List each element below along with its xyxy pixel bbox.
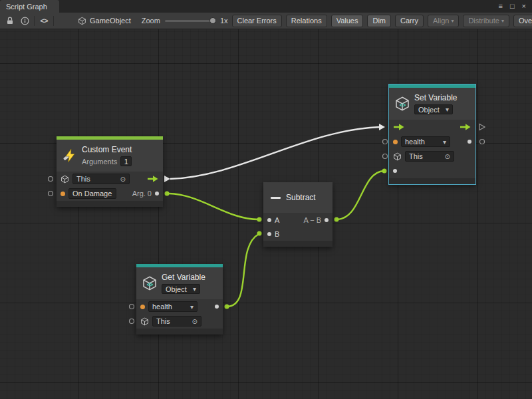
string-port-icon[interactable] — [393, 140, 398, 144]
output-label: A − B — [303, 216, 321, 224]
variable-kind-value: Object — [166, 285, 187, 293]
tab-script-graph[interactable]: Script Graph — [0, 0, 59, 13]
variable-cube-icon: <> — [142, 275, 158, 291]
event-name-field[interactable]: On Damage — [68, 188, 116, 199]
value-out-port[interactable] — [215, 305, 219, 309]
variable-name-value: health — [152, 303, 172, 311]
input-a-port[interactable] — [267, 218, 271, 222]
variable-kind-value: Object — [418, 106, 440, 114]
node-title: Custom Event — [82, 145, 132, 154]
object-picker-icon[interactable]: ⊙ — [120, 176, 126, 183]
object-picker-icon[interactable]: ⊙ — [445, 153, 450, 160]
zoom-value: 1x — [220, 17, 228, 25]
flow-out-port[interactable] — [147, 175, 159, 183]
node-footer — [57, 201, 163, 207]
port-row-name: health ▾ — [389, 134, 475, 149]
input-b-port[interactable] — [267, 232, 271, 236]
clear-errors-button[interactable]: Clear Errors — [232, 15, 282, 27]
values-button[interactable]: Values — [331, 15, 364, 27]
input-b-label: B — [275, 230, 279, 238]
custom-event-icon — [62, 148, 78, 164]
node-body: A A − B B — [263, 213, 332, 241]
chevron-down-icon: ▾ — [446, 106, 449, 113]
gameobject-label: GameObject — [90, 17, 131, 25]
chevron-down-icon: ▾ — [501, 18, 504, 24]
value-out-port[interactable] — [467, 140, 471, 144]
node-header: Subtract — [263, 182, 332, 213]
flow-in-port[interactable] — [393, 123, 405, 131]
node-title: Subtract — [286, 193, 316, 202]
zoom-label: Zoom — [142, 17, 160, 25]
distribute-button[interactable]: Distribute▾ — [463, 15, 509, 27]
target-field[interactable]: This ⊙ — [72, 174, 130, 184]
output-port[interactable] — [325, 218, 329, 222]
port-row-event: On Damage Arg. 0 — [57, 186, 163, 201]
cube-icon — [393, 152, 402, 161]
flow-out-port[interactable] — [460, 123, 471, 131]
string-port-icon[interactable] — [140, 305, 145, 309]
node-get-variable[interactable]: <> Get Variable Object ▾ health ▾ This — [136, 264, 223, 334]
cube-icon — [140, 317, 149, 326]
target-value: This — [76, 175, 90, 183]
toolbar-separator — [53, 16, 54, 26]
zoom-slider[interactable] — [165, 20, 215, 22]
toolbar-separator — [34, 16, 35, 26]
cube-icon — [61, 175, 69, 184]
overview-button[interactable]: Overv — [513, 15, 532, 27]
node-footer — [263, 241, 332, 247]
arg0-out-port[interactable] — [155, 192, 159, 196]
node-header: <> Get Variable Object ▾ — [136, 267, 223, 299]
object-picker-icon[interactable]: ⊙ — [192, 318, 198, 325]
target-value: This — [409, 152, 423, 160]
value-in-port[interactable] — [393, 169, 397, 173]
variable-kind-dropdown[interactable]: Object ▾ — [414, 104, 453, 114]
graph-toolbar: <> GameObject Zoom 1x Clear Errors Relat… — [0, 13, 532, 29]
port-row-b: B — [263, 227, 332, 241]
relations-button[interactable]: Relations — [286, 15, 327, 27]
zoom-slider-handle[interactable] — [209, 17, 216, 24]
tab-bar: Script Graph ≡ □ × — [0, 0, 532, 13]
align-label: Align — [433, 17, 449, 25]
carry-button[interactable]: Carry — [395, 15, 424, 27]
target-value: This — [156, 317, 170, 325]
string-port-icon[interactable] — [61, 192, 65, 196]
target-field[interactable]: This ⊙ — [405, 151, 454, 162]
window-menu-icon[interactable]: ≡ — [498, 3, 502, 10]
chevron-down-icon: ▾ — [193, 285, 196, 293]
arguments-input[interactable]: 1 — [120, 156, 132, 166]
port-row-target: This ⊙ — [136, 314, 223, 329]
port-row-target: This ⊙ — [389, 149, 475, 164]
dim-button[interactable]: Dim — [367, 15, 391, 27]
variable-name-dropdown[interactable]: health ▾ — [148, 301, 198, 312]
port-row-target: This ⊙ — [57, 172, 163, 186]
chevron-down-icon: ▾ — [190, 303, 194, 311]
variable-name-value: health — [405, 138, 425, 146]
variable-kind-dropdown[interactable]: Object ▾ — [162, 284, 200, 294]
node-body: health ▾ This ⊙ — [389, 120, 475, 178]
port-row-a: A A − B — [263, 213, 332, 227]
node-subtract[interactable]: Subtract A A − B B — [263, 182, 332, 247]
target-field[interactable]: This ⊙ — [152, 316, 201, 327]
cube-icon — [76, 15, 87, 26]
node-custom-event[interactable]: Custom Event Arguments 1 This ⊙ On Dama — [57, 136, 163, 207]
port-row-name: health ▾ — [136, 299, 223, 314]
window-maximize-icon[interactable]: □ — [510, 3, 515, 10]
info-icon[interactable] — [19, 15, 30, 26]
align-button[interactable]: Align▾ — [428, 15, 459, 27]
lock-icon[interactable] — [5, 15, 15, 26]
arg0-label: Arg. 0 — [132, 190, 152, 198]
distribute-label: Distribute — [468, 17, 499, 25]
node-header: <> Set Variable Object ▾ — [389, 88, 475, 120]
variable-name-dropdown[interactable]: health ▾ — [401, 136, 450, 147]
node-title: Get Variable — [162, 273, 205, 282]
gameobject-selector[interactable]: GameObject — [76, 15, 131, 26]
node-set-variable[interactable]: <> Set Variable Object ▾ health ▾ — [389, 84, 475, 184]
node-title: Set Variable — [414, 93, 457, 102]
node-footer — [389, 178, 475, 184]
node-header: Custom Event Arguments 1 — [57, 140, 163, 172]
port-row-value-in — [389, 164, 475, 178]
window-close-icon[interactable]: × — [522, 3, 526, 10]
code-icon[interactable]: <> — [39, 15, 49, 26]
variable-brackets-icon: <> — [400, 102, 406, 108]
window-controls: ≡ □ × — [498, 0, 532, 13]
